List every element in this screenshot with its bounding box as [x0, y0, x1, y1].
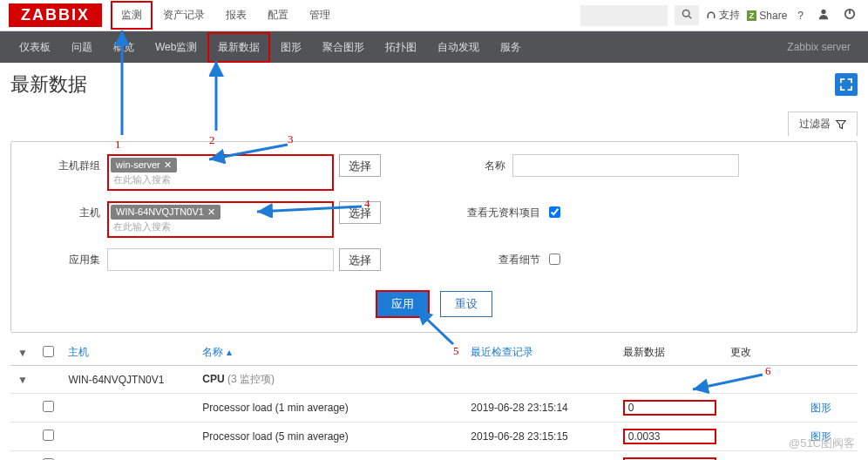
- appset-input[interactable]: [107, 248, 334, 271]
- col-lastcheck[interactable]: 最近检查记录: [464, 340, 616, 366]
- subnav-problems[interactable]: 问题: [61, 32, 103, 63]
- col-change: 更改: [723, 340, 804, 366]
- group-row: ▼ WIN-64NVQJTN0V1 CPU (3 监控项): [10, 366, 858, 394]
- subnav-screens[interactable]: 聚合图形: [312, 32, 375, 63]
- z-icon: Z: [747, 10, 757, 21]
- topbar: ZABBIX 监测 资产记录 报表 配置 管理 支持 Z Share ?: [0, 0, 868, 31]
- select-all-checkbox[interactable]: [43, 346, 54, 357]
- topnav: 监测 资产记录 报表 配置 管理: [111, 1, 341, 30]
- logo: ZABBIX: [9, 3, 102, 27]
- subnav-maps[interactable]: 拓扑图: [375, 32, 427, 63]
- topnav-admin[interactable]: 管理: [299, 1, 341, 30]
- svg-point-2: [821, 10, 825, 14]
- sort-asc-icon: ▴: [227, 346, 232, 358]
- subnav-services[interactable]: 服务: [490, 32, 532, 63]
- item-lastcheck: 2019-06-28 23:15:15: [464, 423, 616, 451]
- item-value: 0: [623, 400, 716, 416]
- help-icon[interactable]: ?: [794, 10, 807, 22]
- topnav-monitor[interactable]: 监测: [111, 1, 153, 30]
- item-lastcheck: 2019-06-28 23:15:13: [464, 451, 616, 461]
- appset-select-button[interactable]: 选择: [339, 248, 381, 271]
- filter-bar: 过滤器: [0, 106, 868, 141]
- name-input[interactable]: [512, 154, 739, 177]
- collapse-icon[interactable]: ▼: [17, 374, 28, 386]
- appset-label: 应用集: [29, 248, 107, 267]
- funnel-icon: [836, 119, 846, 130]
- expand-icon: [840, 78, 852, 91]
- table-header-row: ▼ 主机 名称 ▴ 最近检查记录 最新数据 更改: [10, 340, 858, 366]
- item-name: Processor load (1 min average): [195, 394, 464, 423]
- name-label: 名称: [434, 154, 512, 173]
- subnav-latest[interactable]: 最新数据: [207, 32, 270, 63]
- graph-link[interactable]: 图形: [810, 402, 831, 414]
- subnav-discovery[interactable]: 自动发现: [427, 32, 490, 63]
- svg-point-0: [682, 10, 689, 17]
- svg-line-1: [688, 16, 691, 18]
- data-table: ▼ 主机 名称 ▴ 最近检查记录 最新数据 更改 ▼ WIN-64NVQJTN0…: [10, 340, 858, 460]
- page-header: 最新数据: [0, 63, 868, 106]
- table-row: Processor load (15 min average) 2019-06-…: [10, 451, 858, 461]
- fullscreen-button[interactable]: [835, 73, 858, 96]
- host-label: 主机: [29, 201, 107, 220]
- search-input[interactable]: [580, 5, 668, 26]
- reset-button[interactable]: 重设: [440, 291, 492, 317]
- expand-all[interactable]: ▼: [17, 347, 28, 359]
- table-row: Processor load (1 min average) 2019-06-2…: [10, 394, 858, 423]
- user-icon[interactable]: [814, 8, 833, 23]
- hostgroup-placeholder: 在此输入搜索: [111, 172, 330, 187]
- hostgroup-select-button[interactable]: 选择: [339, 154, 381, 177]
- power-icon[interactable]: [840, 8, 859, 23]
- details-checkbox[interactable]: [549, 254, 560, 265]
- topnav-config[interactable]: 配置: [257, 1, 299, 30]
- col-name[interactable]: 名称 ▴: [195, 340, 464, 366]
- nodata-label: 查看无资料项目: [434, 201, 547, 220]
- nodata-checkbox[interactable]: [549, 206, 560, 218]
- close-icon[interactable]: ✕: [207, 206, 215, 217]
- item-lastcheck: 2019-06-28 23:15:14: [464, 394, 616, 423]
- item-name: Processor load (15 min average): [195, 451, 464, 461]
- search-button[interactable]: [675, 5, 699, 25]
- item-value: 0.0033: [623, 429, 716, 444]
- server-name: Zabbix server: [787, 41, 859, 53]
- hostgroup-input[interactable]: win-server✕ 在此输入搜索: [107, 154, 334, 191]
- col-latest: 最新数据: [616, 340, 723, 366]
- item-name: Processor load (5 min average): [195, 423, 464, 451]
- filter-tab[interactable]: 过滤器: [788, 112, 858, 136]
- host-tag[interactable]: WIN-64NVQJTN0V1✕: [111, 205, 220, 220]
- host-select-button[interactable]: 选择: [339, 201, 381, 224]
- topbar-right: 支持 Z Share ?: [580, 5, 859, 26]
- search-icon: [682, 9, 692, 19]
- share-link[interactable]: Z Share: [747, 10, 788, 22]
- topnav-reports[interactable]: 报表: [215, 1, 257, 30]
- row-checkbox[interactable]: [43, 401, 54, 412]
- close-icon[interactable]: ✕: [164, 159, 172, 170]
- subnav: 仪表板 问题 概览 Web监测 最新数据 图形 聚合图形 拓扑图 自动发现 服务…: [0, 31, 868, 63]
- col-host[interactable]: 主机: [61, 340, 195, 366]
- support-link[interactable]: 支持: [706, 8, 740, 23]
- table-row: Processor load (5 min average) 2019-06-2…: [10, 423, 858, 451]
- filter-panel: 主机群组 win-server✕ 在此输入搜索 选择 名称 主机 WIN-64N…: [10, 141, 858, 333]
- row-checkbox[interactable]: [43, 430, 54, 441]
- subnav-web[interactable]: Web监测: [145, 32, 207, 63]
- host-cell[interactable]: WIN-64NVQJTN0V1: [68, 374, 164, 386]
- subnav-overview[interactable]: 概览: [103, 32, 145, 63]
- page-title: 最新数据: [10, 71, 87, 98]
- graph-link[interactable]: 图形: [810, 430, 831, 443]
- hostgroup-tag[interactable]: win-server✕: [111, 158, 177, 172]
- details-label: 查看细节: [434, 248, 547, 267]
- hostgroup-label: 主机群组: [29, 154, 107, 173]
- apply-button[interactable]: 应用: [376, 290, 430, 318]
- headset-icon: [706, 10, 716, 21]
- subnav-dashboard[interactable]: 仪表板: [9, 32, 61, 63]
- subnav-graphs[interactable]: 图形: [270, 32, 312, 63]
- host-input[interactable]: WIN-64NVQJTN0V1✕ 在此输入搜索: [107, 201, 334, 238]
- host-placeholder: 在此输入搜索: [111, 220, 330, 234]
- topnav-inventory[interactable]: 资产记录: [153, 1, 215, 30]
